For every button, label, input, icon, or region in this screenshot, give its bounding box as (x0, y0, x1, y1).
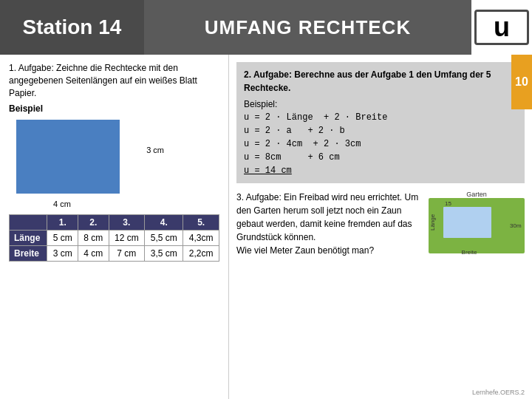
right-panel: 10 2. Aufgabe: Berechne aus der Aufgabe … (229, 55, 532, 399)
breite-4: 3,5 cm (145, 246, 183, 262)
left-panel: 1. Aufgabe: Zeichne die Rechtecke mit de… (0, 55, 229, 399)
blue-rectangle (16, 120, 120, 194)
task2-formula-2: u = 2 · a + 2 · b (244, 124, 517, 137)
svg-text:Garten: Garten (466, 191, 487, 198)
footer-credit: Lernhefe.OERS.2 (472, 389, 525, 396)
task2-title: 2. Aufgabe: Berechne aus der Aufgabe 1 d… (244, 68, 517, 95)
table-header-1: 1. (47, 215, 78, 231)
measurement-table: 1. 2. 3. 4. 5. Länge 5 cm 8 cm 12 cm 5,5… (9, 214, 219, 262)
breite-5: 2,2cm (183, 246, 219, 262)
table-row-breite: Breite 3 cm 4 cm 7 cm 3,5 cm 2,2cm (10, 246, 219, 262)
svg-text:Breite: Breite (462, 249, 477, 256)
page-title: Umfang Rechteck (144, 0, 471, 55)
row-label-laenge: Länge (10, 231, 47, 246)
task3-garden-image: Garten Länge Breite 30m 15 (429, 191, 525, 392)
task2-formula-5: u = 14 cm (244, 164, 517, 177)
breite-2: 4 cm (78, 246, 109, 262)
header: Station 14 Umfang Rechteck u (0, 0, 532, 55)
table-header-4: 4. (145, 215, 183, 231)
svg-rect-1 (443, 207, 491, 238)
measurement-table-section: 1. 2. 3. 4. 5. Länge 5 cm 8 cm 12 cm 5,5… (9, 214, 219, 262)
task2-formula-1: u = 2 · Länge + 2 · Breite (244, 111, 517, 124)
task3-text: 3. Aufgabe: Ein Freibad wird neu erricht… (236, 191, 423, 392)
task2-formula-3: u = 2 · 4cm + 2 · 3cm (244, 137, 517, 151)
station-title: Station 14 (0, 0, 144, 55)
table-row-laenge: Länge 5 cm 8 cm 12 cm 5,5 cm 4,3cm (10, 231, 219, 246)
main-content: 1. Aufgabe: Zeichne die Rechtecke mit de… (0, 55, 532, 399)
score-badge: 10 (511, 55, 532, 109)
laenge-5: 4,3cm (183, 231, 219, 246)
header-right: u (471, 0, 532, 55)
table-header-3: 3. (109, 215, 145, 231)
laenge-3: 12 cm (109, 231, 145, 246)
row-label-breite: Breite (10, 246, 47, 262)
svg-text:15: 15 (445, 200, 451, 207)
icon-box: u (474, 10, 529, 45)
laenge-4: 5,5 cm (145, 231, 183, 246)
beispiel-label: Beispiel (9, 103, 219, 114)
garden-diagram: Garten Länge Breite 30m 15 (429, 191, 525, 257)
garden-svg: Garten Länge Breite 30m 15 (429, 191, 525, 257)
task1-description: 1. Aufgabe: Zeichne die Rechtecke mit de… (9, 62, 219, 99)
label-3cm: 3 cm (146, 146, 164, 154)
table-header-row: 1. 2. 3. 4. 5. (10, 215, 219, 231)
laenge-2: 8 cm (78, 231, 109, 246)
task2-box: 2. Aufgabe: Berechne aus der Aufgabe 1 d… (236, 62, 525, 183)
table-header-empty (10, 215, 47, 231)
breite-3: 7 cm (109, 246, 145, 262)
table-header-5: 5. (183, 215, 219, 231)
svg-text:Länge: Länge (429, 214, 436, 231)
breite-1: 3 cm (47, 246, 78, 262)
label-4cm: 4 cm (53, 200, 71, 208)
task2-formula-4: u = 8cm + 6 cm (244, 151, 517, 164)
laenge-1: 5 cm (47, 231, 78, 246)
task2-example-label: Beispiel: (244, 98, 517, 111)
svg-text:30m: 30m (510, 222, 522, 229)
task3-area: 3. Aufgabe: Ein Freibad wird neu erricht… (236, 191, 525, 392)
rectangle-illustration: 3 cm 4 cm (16, 120, 164, 208)
table-header-2: 2. (78, 215, 109, 231)
